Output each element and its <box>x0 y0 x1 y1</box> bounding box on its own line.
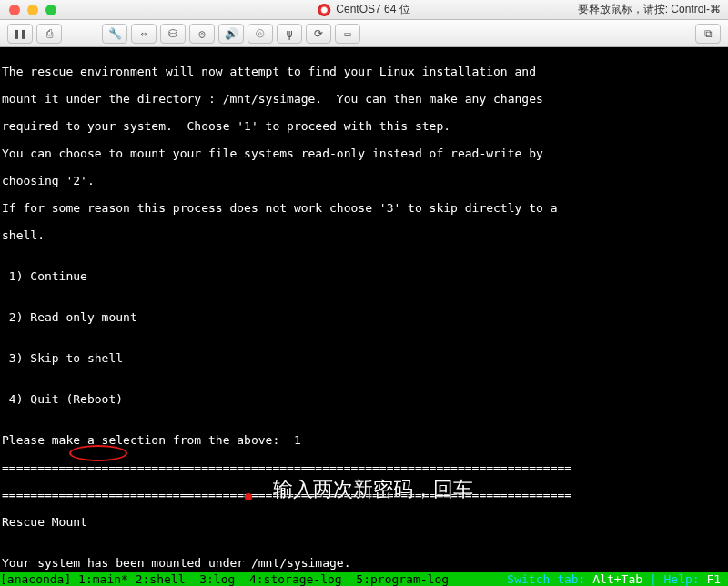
usb-button[interactable]: ψ <box>277 24 302 44</box>
terminal-line: 1) Continue <box>2 269 726 283</box>
sync-button[interactable]: ⟳ <box>306 24 331 44</box>
cd-button[interactable]: ◎ <box>189 24 215 44</box>
network-button[interactable]: ⇔ <box>131 24 157 44</box>
window-title-text: CentOS7 64 位 <box>336 2 410 17</box>
cd-icon: ◎ <box>198 27 205 40</box>
terminal-line: 2) Read-only mount <box>2 310 726 324</box>
close-icon[interactable] <box>9 5 20 15</box>
terminal-line: 3) Skip to shell <box>2 351 726 365</box>
sound-button[interactable]: 🔊 <box>218 24 244 44</box>
playback-group: ❚❚ ⎙ <box>7 24 62 44</box>
window-title: CentOS7 64 位 <box>318 2 410 17</box>
terminal-line: If for some reason this process does not… <box>2 201 726 215</box>
snapshot-icon: ⎙ <box>46 27 53 40</box>
settings-button[interactable]: 🔧 <box>102 24 127 44</box>
sound-icon: 🔊 <box>225 27 238 40</box>
terminal-line: Rescue Mount <box>2 515 726 529</box>
terminal-line: Please make a selection from the above: … <box>2 433 726 447</box>
pause-button[interactable]: ❚❚ <box>7 24 33 44</box>
terminal-line: ========================================… <box>2 460 726 474</box>
traffic-lights <box>0 5 56 15</box>
zoom-icon[interactable] <box>46 5 56 15</box>
fullscreen-icon: ⧉ <box>704 27 713 40</box>
monitor-icon: ▭ <box>344 27 350 40</box>
devices-group: 🔧 ⇔ ⛁ ◎ 🔊 ⦾ ψ ⟳ ▭ <box>102 24 360 44</box>
mouse-release-hint: 要释放鼠标，请按: Control-⌘ <box>578 2 721 17</box>
fullscreen-button[interactable]: ⧉ <box>695 24 721 44</box>
vm-toolbar: ❚❚ ⎙ 🔧 ⇔ ⛁ ◎ 🔊 ⦾ ψ ⟳ ▭ ⧉ <box>0 20 728 47</box>
terminal-line: ========================================… <box>2 488 726 501</box>
anaconda-statusbar: [anaconda] 1:main* 2:shell 3:log 4:stora… <box>0 572 728 586</box>
terminal-line: You can choose to mount your file system… <box>2 146 726 160</box>
network-icon: ⇔ <box>140 27 147 40</box>
terminal-line: choosing '2'. <box>2 174 726 187</box>
disc-icon <box>318 4 330 16</box>
sync-icon: ⟳ <box>314 27 323 40</box>
terminal-line: mount it under the directory : /mnt/sysi… <box>2 92 726 106</box>
statusbar-right: Switch tab: Alt+Tab | Help: F1 <box>500 572 728 586</box>
window-titlebar: CentOS7 64 位 要释放鼠标，请按: Control-⌘ <box>0 0 728 20</box>
hdd-icon: ⛁ <box>168 27 177 40</box>
terminal-line: Your system has been mounted under /mnt/… <box>2 556 726 570</box>
usb-icon: ψ <box>286 27 292 40</box>
terminal-line: required to your system. Choose '1' to p… <box>2 119 726 133</box>
view-group: ⧉ <box>695 24 721 44</box>
wrench-icon: 🔧 <box>108 27 122 40</box>
minimize-icon[interactable] <box>27 5 38 15</box>
hdd-button[interactable]: ⛁ <box>160 24 186 44</box>
terminal-line: 4) Quit (Reboot) <box>2 392 726 406</box>
camera-icon: ⦾ <box>256 27 265 40</box>
annotation-ellipse <box>69 445 127 461</box>
terminal-viewport[interactable]: The rescue environment will now attempt … <box>0 47 728 586</box>
statusbar-left: [anaconda] 1:main* 2:shell 3:log 4:stora… <box>0 572 500 586</box>
camera-button[interactable]: ⦾ <box>248 24 273 44</box>
snapshot-button[interactable]: ⎙ <box>36 24 62 44</box>
terminal-line: shell. <box>2 228 726 242</box>
display-button[interactable]: ▭ <box>335 24 360 44</box>
terminal-line: The rescue environment will now attempt … <box>2 65 726 78</box>
pause-icon: ❚❚ <box>14 27 26 40</box>
